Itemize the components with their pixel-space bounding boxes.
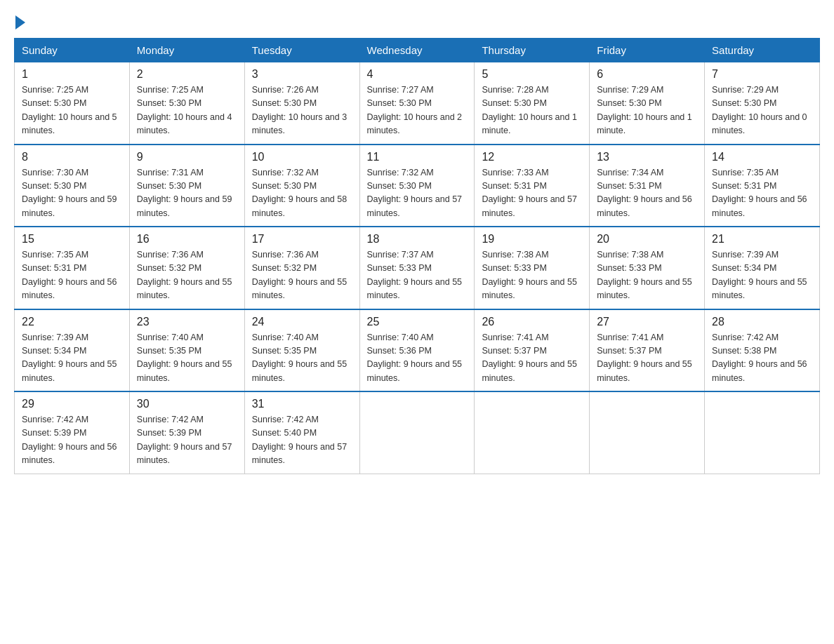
calendar-cell: 30 Sunrise: 7:42 AMSunset: 5:39 PMDaylig… [129, 391, 244, 474]
day-info: Sunrise: 7:36 AMSunset: 5:32 PMDaylight:… [252, 250, 348, 300]
day-info: Sunrise: 7:40 AMSunset: 5:35 PMDaylight:… [252, 333, 348, 383]
calendar-cell: 29 Sunrise: 7:42 AMSunset: 5:39 PMDaylig… [15, 391, 130, 474]
day-info: Sunrise: 7:27 AMSunset: 5:30 PMDaylight:… [367, 85, 463, 135]
calendar-cell: 17 Sunrise: 7:36 AMSunset: 5:32 PMDaylig… [244, 227, 359, 309]
calendar-cell: 10 Sunrise: 7:32 AMSunset: 5:30 PMDaylig… [244, 145, 359, 227]
day-info: Sunrise: 7:38 AMSunset: 5:33 PMDaylight:… [482, 250, 577, 300]
day-info: Sunrise: 7:33 AMSunset: 5:31 PMDaylight:… [482, 168, 577, 218]
calendar-header: SundayMondayTuesdayWednesdayThursdayFrid… [15, 39, 820, 62]
day-number: 30 [137, 398, 237, 410]
day-info: Sunrise: 7:40 AMSunset: 5:35 PMDaylight:… [137, 333, 232, 383]
day-info: Sunrise: 7:32 AMSunset: 5:30 PMDaylight:… [367, 168, 463, 218]
day-info: Sunrise: 7:39 AMSunset: 5:34 PMDaylight:… [712, 250, 807, 300]
calendar-cell: 23 Sunrise: 7:40 AMSunset: 5:35 PMDaylig… [129, 309, 244, 392]
day-number: 18 [367, 233, 468, 246]
day-info: Sunrise: 7:42 AMSunset: 5:38 PMDaylight:… [712, 333, 807, 383]
calendar-table: SundayMondayTuesdayWednesdayThursdayFrid… [14, 38, 820, 474]
calendar-cell: 15 Sunrise: 7:35 AMSunset: 5:31 PMDaylig… [15, 227, 130, 309]
calendar-cell: 3 Sunrise: 7:26 AMSunset: 5:30 PMDayligh… [244, 62, 359, 145]
day-number: 6 [597, 68, 697, 81]
day-number: 31 [252, 398, 352, 410]
day-number: 14 [712, 151, 812, 163]
day-number: 28 [712, 316, 812, 328]
day-info: Sunrise: 7:31 AMSunset: 5:30 PMDaylight:… [137, 168, 232, 218]
day-number: 10 [252, 151, 352, 163]
day-number: 12 [482, 151, 582, 163]
day-info: Sunrise: 7:25 AMSunset: 5:30 PMDaylight:… [22, 85, 117, 135]
weekday-header-friday: Friday [590, 39, 705, 62]
day-info: Sunrise: 7:40 AMSunset: 5:36 PMDaylight:… [367, 333, 463, 383]
day-number: 25 [367, 316, 468, 328]
calendar-cell: 5 Sunrise: 7:28 AMSunset: 5:30 PMDayligh… [475, 62, 590, 145]
weekday-header-row: SundayMondayTuesdayWednesdayThursdayFrid… [15, 39, 820, 62]
weekday-header-thursday: Thursday [475, 39, 590, 62]
calendar-cell: 31 Sunrise: 7:42 AMSunset: 5:40 PMDaylig… [244, 391, 359, 474]
day-info: Sunrise: 7:30 AMSunset: 5:30 PMDaylight:… [22, 168, 117, 218]
calendar-cell: 22 Sunrise: 7:39 AMSunset: 5:34 PMDaylig… [15, 309, 130, 392]
day-info: Sunrise: 7:29 AMSunset: 5:30 PMDaylight:… [712, 85, 807, 135]
calendar-cell [475, 391, 590, 474]
calendar-cell: 28 Sunrise: 7:42 AMSunset: 5:38 PMDaylig… [705, 309, 820, 392]
day-info: Sunrise: 7:28 AMSunset: 5:30 PMDaylight:… [482, 85, 577, 135]
day-number: 21 [712, 233, 812, 246]
calendar-cell: 27 Sunrise: 7:41 AMSunset: 5:37 PMDaylig… [590, 309, 705, 392]
day-number: 16 [137, 233, 237, 246]
calendar-cell [705, 391, 820, 474]
day-number: 20 [597, 233, 697, 246]
day-number: 15 [22, 233, 122, 246]
calendar-cell: 12 Sunrise: 7:33 AMSunset: 5:31 PMDaylig… [475, 145, 590, 227]
day-number: 7 [712, 68, 812, 81]
day-info: Sunrise: 7:42 AMSunset: 5:39 PMDaylight:… [137, 415, 232, 465]
calendar-cell [359, 391, 475, 474]
logo-triangle-icon [15, 15, 25, 29]
calendar-cell: 21 Sunrise: 7:39 AMSunset: 5:34 PMDaylig… [705, 227, 820, 309]
day-number: 22 [22, 316, 122, 328]
day-number: 9 [137, 151, 237, 163]
day-number: 5 [482, 68, 582, 81]
calendar-cell: 13 Sunrise: 7:34 AMSunset: 5:31 PMDaylig… [590, 145, 705, 227]
calendar-cell: 7 Sunrise: 7:29 AMSunset: 5:30 PMDayligh… [705, 62, 820, 145]
day-info: Sunrise: 7:32 AMSunset: 5:30 PMDaylight:… [252, 168, 348, 218]
logo [14, 14, 25, 27]
day-info: Sunrise: 7:39 AMSunset: 5:34 PMDaylight:… [22, 333, 117, 383]
day-info: Sunrise: 7:37 AMSunset: 5:33 PMDaylight:… [367, 250, 463, 300]
calendar-cell: 16 Sunrise: 7:36 AMSunset: 5:32 PMDaylig… [129, 227, 244, 309]
calendar-cell: 6 Sunrise: 7:29 AMSunset: 5:30 PMDayligh… [590, 62, 705, 145]
day-info: Sunrise: 7:42 AMSunset: 5:40 PMDaylight:… [252, 415, 348, 465]
weekday-header-saturday: Saturday [705, 39, 820, 62]
calendar-body: 1 Sunrise: 7:25 AMSunset: 5:30 PMDayligh… [15, 62, 820, 474]
weekday-header-sunday: Sunday [15, 39, 130, 62]
day-info: Sunrise: 7:35 AMSunset: 5:31 PMDaylight:… [712, 168, 807, 218]
day-info: Sunrise: 7:35 AMSunset: 5:31 PMDaylight:… [22, 250, 117, 300]
calendar-cell: 14 Sunrise: 7:35 AMSunset: 5:31 PMDaylig… [705, 145, 820, 227]
day-number: 11 [367, 151, 468, 163]
calendar-cell [590, 391, 705, 474]
calendar-cell: 26 Sunrise: 7:41 AMSunset: 5:37 PMDaylig… [475, 309, 590, 392]
week-row-5: 29 Sunrise: 7:42 AMSunset: 5:39 PMDaylig… [15, 391, 820, 474]
calendar-cell: 4 Sunrise: 7:27 AMSunset: 5:30 PMDayligh… [359, 62, 475, 145]
day-number: 29 [22, 398, 122, 410]
week-row-3: 15 Sunrise: 7:35 AMSunset: 5:31 PMDaylig… [15, 227, 820, 309]
day-number: 2 [137, 68, 237, 81]
day-number: 24 [252, 316, 352, 328]
calendar-cell: 2 Sunrise: 7:25 AMSunset: 5:30 PMDayligh… [129, 62, 244, 145]
day-number: 13 [597, 151, 697, 163]
day-number: 26 [482, 316, 582, 328]
day-info: Sunrise: 7:36 AMSunset: 5:32 PMDaylight:… [137, 250, 232, 300]
calendar-cell: 19 Sunrise: 7:38 AMSunset: 5:33 PMDaylig… [475, 227, 590, 309]
day-number: 17 [252, 233, 352, 246]
weekday-header-wednesday: Wednesday [359, 39, 475, 62]
calendar-cell: 9 Sunrise: 7:31 AMSunset: 5:30 PMDayligh… [129, 145, 244, 227]
week-row-4: 22 Sunrise: 7:39 AMSunset: 5:34 PMDaylig… [15, 309, 820, 392]
week-row-2: 8 Sunrise: 7:30 AMSunset: 5:30 PMDayligh… [15, 145, 820, 227]
day-info: Sunrise: 7:41 AMSunset: 5:37 PMDaylight:… [597, 333, 692, 383]
logo-top [14, 14, 25, 29]
calendar-cell: 1 Sunrise: 7:25 AMSunset: 5:30 PMDayligh… [15, 62, 130, 145]
day-info: Sunrise: 7:42 AMSunset: 5:39 PMDaylight:… [22, 415, 117, 465]
day-info: Sunrise: 7:38 AMSunset: 5:33 PMDaylight:… [597, 250, 692, 300]
day-number: 23 [137, 316, 237, 328]
day-info: Sunrise: 7:34 AMSunset: 5:31 PMDaylight:… [597, 168, 692, 218]
calendar-cell: 8 Sunrise: 7:30 AMSunset: 5:30 PMDayligh… [15, 145, 130, 227]
calendar-cell: 25 Sunrise: 7:40 AMSunset: 5:36 PMDaylig… [359, 309, 475, 392]
day-number: 27 [597, 316, 697, 328]
